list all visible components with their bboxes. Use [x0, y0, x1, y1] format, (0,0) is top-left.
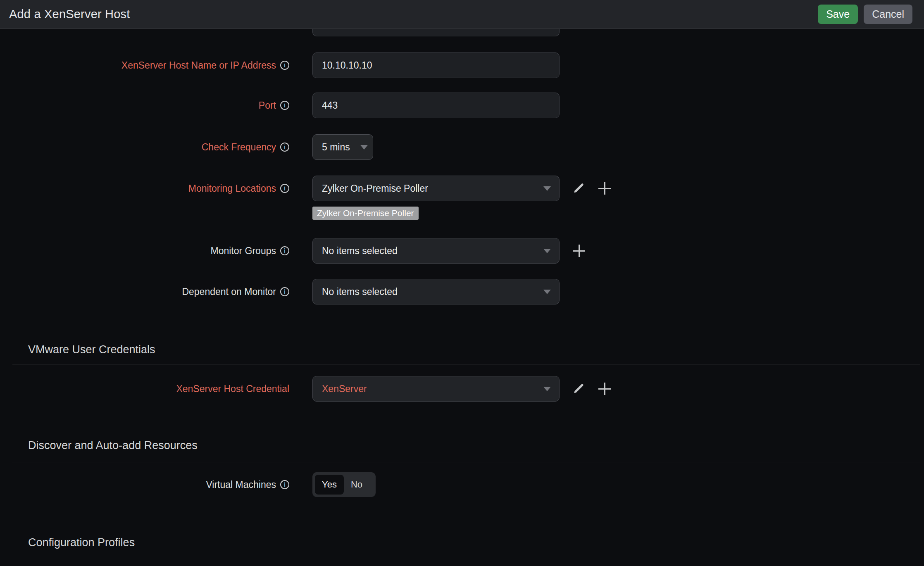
monitor-groups-select[interactable]: No items selected	[312, 238, 560, 264]
virtual-machines-toggle[interactable]: Yes No	[312, 472, 376, 497]
edit-locations-button[interactable]	[572, 181, 586, 195]
add-xenserver-host-page: Add a XenServer Host Save Cancel XenServ…	[0, 0, 924, 566]
info-icon[interactable]: i	[280, 61, 289, 70]
info-icon[interactable]: i	[280, 246, 289, 255]
field-row-host-credential: XenServer Host Credential XenServer	[0, 376, 924, 402]
cancel-button[interactable]: Cancel	[864, 5, 912, 24]
monitoring-locations-label: Monitoring Locations i	[0, 183, 289, 194]
host-credential-select[interactable]: XenServer	[312, 376, 560, 402]
toggle-no-option[interactable]: No	[344, 475, 369, 495]
save-button[interactable]: Save	[818, 5, 858, 24]
monitoring-locations-select[interactable]: Zylker On-Premise Poller	[312, 176, 560, 201]
host-name-input[interactable]: 10.10.10.10	[312, 52, 560, 78]
chevron-down-icon	[543, 249, 551, 253]
section-divider	[12, 560, 920, 560]
chevron-down-icon	[543, 387, 551, 391]
page-title: Add a XenServer Host	[9, 7, 130, 21]
titlebar: Add a XenServer Host Save Cancel	[0, 0, 924, 29]
host-credential-label: XenServer Host Credential	[0, 383, 289, 395]
info-icon[interactable]: i	[280, 101, 289, 110]
field-row-monitoring-locations: Monitoring Locations i Zylker On-Premise…	[0, 176, 924, 201]
dependent-on-monitor-select[interactable]: No items selected	[312, 279, 560, 304]
section-title-credentials: VMware User Credentials	[28, 341, 155, 358]
port-label: Port i	[0, 100, 289, 111]
plus-icon	[573, 245, 585, 257]
form-content: XenServer Host Name or IP Address i 10.1…	[0, 29, 924, 566]
section-divider	[12, 364, 920, 364]
info-icon[interactable]: i	[280, 480, 289, 489]
field-row-port: Port i 443	[0, 93, 924, 118]
field-row-host-name: XenServer Host Name or IP Address i 10.1…	[0, 52, 924, 78]
field-row-check-frequency: Check Frequency i 5 mins	[0, 134, 924, 160]
add-monitor-group-button[interactable]	[572, 244, 586, 258]
info-icon[interactable]: i	[280, 184, 289, 193]
field-row-monitor-groups: Monitor Groups i No items selected	[0, 238, 924, 264]
check-frequency-label: Check Frequency i	[0, 142, 289, 153]
chevron-down-icon	[360, 145, 368, 150]
edit-credential-button[interactable]	[572, 382, 586, 396]
pencil-icon	[573, 382, 585, 396]
info-icon[interactable]: i	[280, 287, 289, 296]
section-divider	[12, 462, 920, 462]
section-title-discover: Discover and Auto-add Resources	[28, 437, 198, 454]
add-location-button[interactable]	[598, 181, 612, 195]
field-row-virtual-machines: Virtual Machines i Yes No	[0, 472, 924, 497]
plus-icon	[598, 383, 611, 395]
titlebar-actions: Save Cancel	[818, 5, 912, 24]
toggle-yes-option[interactable]: Yes	[315, 475, 344, 495]
selected-location-tag[interactable]: Zylker On-Premise Poller	[312, 207, 419, 220]
previous-field-input[interactable]	[312, 29, 560, 36]
chevron-down-icon	[543, 186, 551, 191]
dependent-on-monitor-label: Dependent on Monitor i	[0, 286, 289, 297]
pencil-icon	[573, 182, 585, 195]
virtual-machines-label: Virtual Machines i	[0, 479, 289, 490]
section-title-profiles: Configuration Profiles	[28, 534, 135, 551]
field-row-dependent-on-monitor: Dependent on Monitor i No items selected	[0, 279, 924, 304]
chevron-down-icon	[543, 290, 551, 294]
plus-icon	[598, 182, 611, 195]
info-icon[interactable]: i	[280, 143, 289, 152]
check-frequency-select[interactable]: 5 mins	[312, 134, 373, 160]
add-credential-button[interactable]	[598, 382, 612, 396]
monitor-groups-label: Monitor Groups i	[0, 245, 289, 257]
host-name-label: XenServer Host Name or IP Address i	[0, 60, 289, 71]
port-input[interactable]: 443	[312, 93, 560, 118]
